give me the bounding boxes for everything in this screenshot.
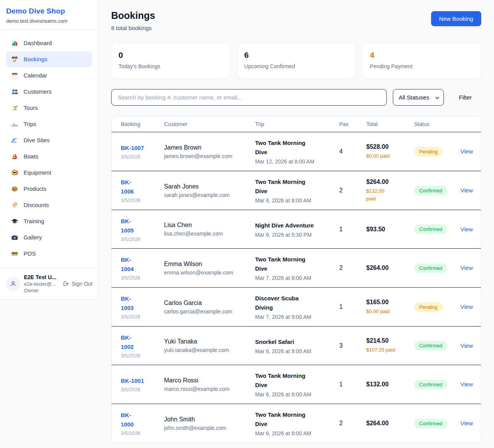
new-booking-button[interactable]: New Booking — [431, 11, 481, 26]
status-badge: Confirmed — [414, 186, 447, 195]
filter-button[interactable]: Filter — [456, 93, 475, 102]
pax-count: 2 — [339, 420, 366, 427]
trip-name: Snorkel Safari — [255, 337, 335, 347]
sidebar-item-boats[interactable]: Boats — [6, 148, 92, 165]
sidebar-item-discounts[interactable]: Discounts — [6, 197, 92, 213]
stat-value: 6 — [244, 51, 349, 60]
brand-name[interactable]: Demo Dive Shop — [6, 7, 92, 15]
trip-datetime: Mar 7, 2026 at 9:00 AM — [255, 314, 335, 320]
credit-card-icon — [11, 250, 19, 258]
trip-datetime: Mar 6, 2026 at 9:00 AM — [255, 348, 335, 354]
booking-id-link[interactable]: BK- 1005 — [121, 217, 160, 235]
view-link[interactable]: View — [460, 187, 473, 194]
sidebar-item-label: Dashboard — [24, 39, 52, 47]
booking-date: 3/5/2026 — [121, 353, 160, 359]
status-badge: Pending — [414, 302, 443, 312]
view-link[interactable]: View — [460, 420, 473, 426]
booking-id-link[interactable]: BK- 1006 — [121, 178, 160, 196]
camera-icon — [11, 234, 19, 241]
booking-id-link[interactable]: BK- 1002 — [121, 333, 160, 352]
sidebar-item-training[interactable]: Training — [6, 213, 92, 229]
speedboat-icon — [11, 120, 19, 128]
booking-id-link[interactable]: BK- 1000 — [121, 411, 160, 429]
trip-name: Two Tank Morning Dive — [255, 138, 335, 157]
sidebar-item-gallery[interactable]: Gallery — [6, 229, 92, 246]
sidebar-item-pos[interactable]: POS — [6, 246, 92, 262]
sign-out-button[interactable]: Sign Out — [62, 280, 93, 287]
booking-id-link[interactable]: BK- 1003 — [121, 294, 160, 313]
sidebar-item-dashboard[interactable]: Dashboard — [6, 35, 92, 51]
sidebar-item-trips[interactable]: Trips — [6, 116, 92, 132]
sidebar-item-label: Calendar — [24, 72, 47, 79]
pax-count: 2 — [339, 264, 366, 271]
trip-datetime: Mar 12, 2026 at 8:00 AM — [255, 158, 335, 165]
stat-label: Pending Payment — [370, 63, 474, 69]
sidebar-item-dive-sites[interactable]: Dive Sites — [6, 132, 92, 148]
view-link[interactable]: View — [460, 381, 473, 387]
sidebar: Demo Dive Shop demo.test.divestreams.com… — [0, 0, 98, 300]
calendar-17-icon: 17 — [11, 56, 19, 63]
controls-row: All Statuses Filter — [111, 89, 481, 106]
column-header-customer: Customer — [164, 121, 255, 127]
sidebar-item-label: Tours — [24, 104, 38, 112]
sidebar-item-label: Customers — [24, 88, 52, 96]
customer-email: marco.rossi@example.com — [164, 386, 251, 392]
sidebar-item-calendar[interactable]: Calendar — [6, 67, 92, 84]
stat-card-pending-payment: 4 Pending Payment — [362, 43, 481, 79]
view-link[interactable]: View — [460, 342, 473, 349]
customer-email: yuki.tanaka@example.com — [164, 347, 251, 353]
sidebar-item-bookings[interactable]: 17 Bookings — [6, 51, 92, 67]
booking-id-link[interactable]: BK- 1004 — [121, 255, 160, 274]
sidebar-item-label: Discounts — [24, 201, 49, 209]
booking-date: 3/5/2026 — [121, 197, 160, 203]
customer-email: carlos.garcia@example.com — [164, 308, 251, 315]
brand-domain: demo.test.divestreams.com — [6, 18, 92, 24]
wave-icon — [11, 136, 19, 144]
paid-amount: $0.00 paid — [366, 308, 410, 315]
table-row: BK- 1002 3/5/2026 Yuki Tanaka yuki.tanak… — [112, 326, 481, 365]
customer-name: Lisa Chen — [164, 222, 251, 229]
sidebar-item-label: Dive Sites — [24, 136, 50, 144]
pax-count: 1 — [339, 226, 366, 233]
sidebar-item-label: Products — [24, 185, 46, 193]
user-section: E2E Test U... e2e-tester@... Owner Sign … — [0, 268, 98, 299]
table-row: BK- 1003 3/5/2026 Carlos Garcia carlos.g… — [112, 287, 481, 326]
customer-name: Emma Wilson — [164, 261, 251, 268]
user-email: e2e-tester@... — [24, 281, 58, 287]
booking-id-link[interactable]: BK-1007 — [121, 143, 160, 153]
stats-row: 0 Today's Bookings 6 Upcoming Confirmed … — [111, 43, 481, 79]
customer-name: Yuki Tanaka — [164, 338, 251, 345]
trip-datetime: Mar 7, 2026 at 8:00 AM — [255, 275, 335, 281]
trip-name: Discover Scuba Diving — [255, 294, 335, 312]
sidebar-item-products[interactable]: Products — [6, 181, 92, 197]
total-amount: $264.00 — [366, 179, 410, 185]
view-link[interactable]: View — [460, 226, 473, 232]
sidebar-item-equipment[interactable]: Equipment — [6, 165, 92, 181]
status-badge: Confirmed — [414, 263, 447, 273]
booking-id-link[interactable]: BK-1001 — [121, 376, 160, 386]
sign-out-label: Sign Out — [72, 281, 93, 287]
total-amount: $264.00 — [366, 264, 410, 271]
view-link[interactable]: View — [460, 264, 473, 271]
view-link[interactable]: View — [460, 148, 473, 155]
trip-datetime: Mar 6, 2026 at 8:00 AM — [255, 430, 335, 436]
avatar — [6, 277, 20, 291]
trip-datetime: Mar 8, 2026 at 5:30 PM — [255, 232, 335, 238]
table-row: BK- 1005 3/5/2026 Lisa Chen lisa.chen@ex… — [112, 210, 481, 248]
sidebar-item-customers[interactable]: Customers — [6, 84, 92, 100]
brand-header: Demo Dive Shop demo.test.divestreams.com — [0, 0, 98, 30]
view-link[interactable]: View — [460, 303, 473, 310]
stat-label: Upcoming Confirmed — [244, 63, 349, 69]
status-filter-select[interactable]: All Statuses — [393, 89, 444, 106]
customer-name: James Brown — [164, 144, 251, 151]
sidebar-item-tours[interactable]: Tours — [6, 100, 92, 116]
customer-name: Sarah Jones — [164, 183, 251, 190]
people-icon — [11, 88, 19, 96]
stat-card-todays-bookings: 0 Today's Bookings — [111, 43, 230, 79]
total-amount: $132.00 — [366, 381, 410, 388]
total-amount: $528.00 — [366, 143, 410, 150]
status-badge: Confirmed — [414, 419, 447, 428]
bookings-table: Booking Customer Trip Pax Total Status B… — [111, 116, 481, 443]
booking-date: 3/5/2026 — [121, 430, 160, 436]
search-input[interactable] — [111, 89, 387, 106]
